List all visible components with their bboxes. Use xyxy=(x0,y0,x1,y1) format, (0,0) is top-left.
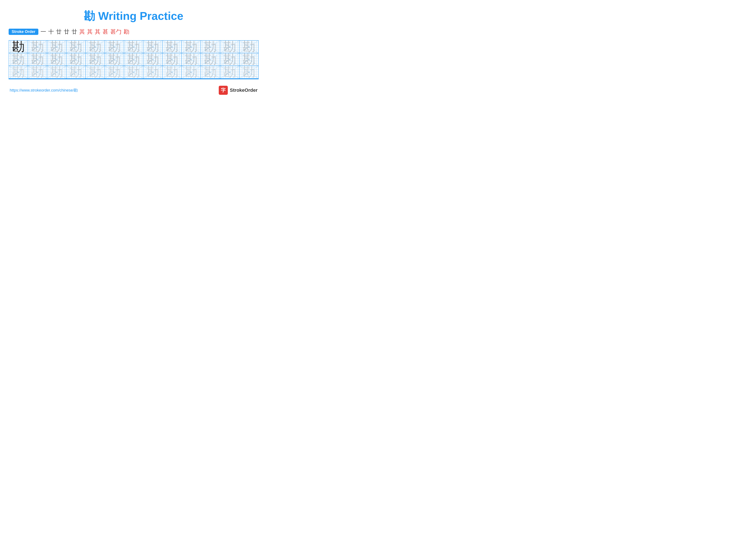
stroke-step-4: 廿 xyxy=(64,28,69,36)
grid-cell: 勘 xyxy=(162,53,182,66)
grid-cell: 勘 xyxy=(162,40,182,53)
page-title: 勘 Writing Practice xyxy=(9,9,258,24)
stroke-order-row: Stroke Order 一 十 廿 廿 廿 其 其 其 甚 甚勹 勘 xyxy=(9,28,258,36)
grid-cell: 勘 xyxy=(47,53,67,66)
table-row: 勘 勘 勘 勘 勘 勘 勘 勘 勘 勘 勘 勘 勘 xyxy=(9,40,258,53)
grid-cell: 勘 xyxy=(182,40,201,53)
table-row: 勘 勘 勘 勘 勘 勘 勘 勘 勘 勘 勘 勘 勘 xyxy=(9,66,258,79)
grid-cell: 勘 xyxy=(239,53,258,66)
stroke-step-7: 其 xyxy=(87,28,93,36)
brand-name: StrokeOrder xyxy=(230,88,257,93)
stroke-step-10: 甚勹 xyxy=(110,28,122,36)
stroke-step-6: 其 xyxy=(79,28,85,36)
grid-cell: 勘 xyxy=(105,66,124,79)
grid-cell: 勘 xyxy=(86,66,105,79)
grid-cell: 勘 xyxy=(28,40,47,53)
grid-cell: 勘 xyxy=(86,53,105,66)
grid-cell: 勘 xyxy=(182,53,201,66)
grid-cell: 勘 xyxy=(28,53,47,66)
grid-cell: 勘 xyxy=(124,40,143,53)
grid-cell: 勘 xyxy=(182,66,201,79)
brand-logo: 字 StrokeOrder xyxy=(219,86,257,95)
grid-cell: 勘 xyxy=(9,40,28,53)
grid-cell: 勘 xyxy=(162,66,182,79)
grid-cell: 勘 xyxy=(47,40,67,53)
grid-cell: 勘 xyxy=(67,40,86,53)
practice-grid: 勘 勘 勘 勘 勘 勘 勘 勘 勘 勘 勘 勘 勘 勘 勘 勘 勘 勘 勘 勘 … xyxy=(9,40,258,79)
stroke-step-1: 一 xyxy=(40,28,46,36)
grid-cell: 勘 xyxy=(143,40,162,53)
grid-cell: 勘 xyxy=(124,66,143,79)
grid-cell: 勘 xyxy=(28,66,47,79)
grid-cell: 勘 xyxy=(9,66,28,79)
stroke-step-8: 其 xyxy=(95,28,100,36)
footer: https://www.strokeorder.com/chinese/勘 字 … xyxy=(9,86,258,95)
grid-cell: 勘 xyxy=(47,66,67,79)
stroke-step-5: 廿 xyxy=(71,28,77,36)
grid-cell: 勘 xyxy=(67,53,86,66)
grid-cell: 勘 xyxy=(105,40,124,53)
grid-cell: 勘 xyxy=(105,53,124,66)
grid-cell: 勘 xyxy=(143,53,162,66)
stroke-step-11: 勘 xyxy=(124,28,129,36)
grid-cell: 勘 xyxy=(201,53,220,66)
stroke-step-9: 甚 xyxy=(103,28,108,36)
grid-cell: 勘 xyxy=(201,40,220,53)
grid-cell: 勘 xyxy=(124,53,143,66)
grid-cell: 勘 xyxy=(220,66,239,79)
stroke-step-2: 十 xyxy=(48,28,54,36)
grid-cell: 勘 xyxy=(239,66,258,79)
table-row: 勘 勘 勘 勘 勘 勘 勘 勘 勘 勘 勘 勘 勘 xyxy=(9,53,258,66)
grid-cell: 勘 xyxy=(220,53,239,66)
grid-cell: 勘 xyxy=(239,40,258,53)
footer-url[interactable]: https://www.strokeorder.com/chinese/勘 xyxy=(10,88,78,93)
grid-cell: 勘 xyxy=(143,66,162,79)
grid-cell: 勘 xyxy=(86,40,105,53)
stroke-order-badge: Stroke Order xyxy=(9,29,39,35)
stroke-step-3: 廿 xyxy=(56,28,62,36)
grid-cell: 勘 xyxy=(9,53,28,66)
grid-cell: 勘 xyxy=(67,66,86,79)
grid-cell: 勘 xyxy=(220,40,239,53)
brand-icon: 字 xyxy=(219,86,228,95)
grid-cell: 勘 xyxy=(201,66,220,79)
